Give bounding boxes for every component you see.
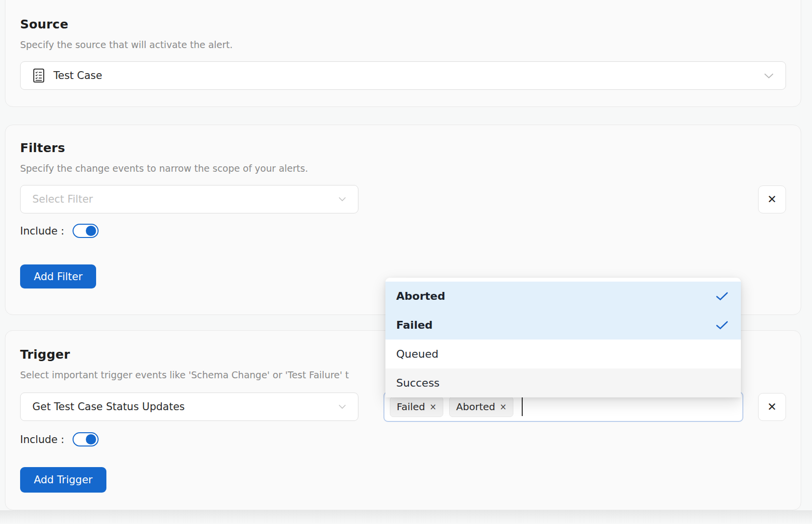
chevron-down-icon bbox=[764, 73, 774, 79]
source-select-value: Test Case bbox=[53, 70, 102, 81]
filter-select-placeholder: Select Filter bbox=[32, 193, 93, 205]
remove-trigger-button[interactable]: ✕ bbox=[758, 393, 786, 421]
close-icon: ✕ bbox=[767, 193, 777, 206]
option-label: Failed bbox=[396, 319, 432, 331]
chevron-down-icon bbox=[338, 404, 346, 409]
source-title: Source bbox=[20, 17, 786, 31]
filters-title: Filters bbox=[20, 141, 786, 155]
status-options-menu: Aborted Failed Queued Success bbox=[385, 278, 741, 397]
tag-label: Failed bbox=[397, 401, 425, 413]
option-label: Success bbox=[396, 377, 440, 389]
check-icon bbox=[716, 321, 728, 330]
test-case-document-icon bbox=[32, 68, 45, 83]
remove-tag-icon[interactable]: × bbox=[500, 403, 507, 411]
source-section: Source Specify the source that will acti… bbox=[5, 0, 801, 107]
include-label: Include : bbox=[20, 434, 64, 445]
trigger-include-toggle[interactable] bbox=[73, 432, 99, 446]
add-filter-button[interactable]: Add Filter bbox=[20, 264, 96, 288]
filters-description: Specify the change events to narrow the … bbox=[20, 163, 786, 174]
option-label: Aborted bbox=[396, 290, 445, 302]
close-icon: ✕ bbox=[767, 400, 777, 413]
remove-tag-icon[interactable]: × bbox=[430, 403, 436, 411]
include-label: Include : bbox=[20, 225, 64, 237]
toggle-knob bbox=[86, 434, 96, 445]
remove-filter-button[interactable]: ✕ bbox=[758, 185, 786, 213]
menu-item-aborted[interactable]: Aborted bbox=[385, 282, 741, 311]
toggle-knob bbox=[86, 226, 96, 236]
source-select[interactable]: Test Case bbox=[20, 61, 786, 90]
option-label: Queued bbox=[396, 348, 438, 360]
selected-event-tag: Aborted × bbox=[449, 396, 513, 417]
menu-item-failed[interactable]: Failed bbox=[385, 311, 741, 340]
trigger-select-value: Get Test Case Status Updates bbox=[32, 401, 185, 413]
filter-include-toggle[interactable] bbox=[73, 224, 99, 238]
selected-event-tag: Failed × bbox=[390, 396, 443, 417]
filter-select[interactable]: Select Filter bbox=[20, 185, 358, 213]
menu-item-queued[interactable]: Queued bbox=[385, 340, 741, 368]
alert-config-page: Source Specify the source that will acti… bbox=[0, 0, 812, 524]
check-icon bbox=[716, 292, 728, 301]
chevron-down-icon bbox=[338, 197, 346, 202]
source-description: Specify the source that will activate th… bbox=[20, 39, 786, 50]
tag-label: Aborted bbox=[456, 401, 495, 413]
menu-item-success[interactable]: Success bbox=[385, 368, 741, 397]
text-cursor bbox=[522, 397, 523, 416]
panel-bottom-shadow bbox=[0, 510, 812, 524]
add-trigger-button[interactable]: Add Trigger bbox=[20, 467, 106, 493]
trigger-select[interactable]: Get Test Case Status Updates bbox=[20, 393, 358, 421]
